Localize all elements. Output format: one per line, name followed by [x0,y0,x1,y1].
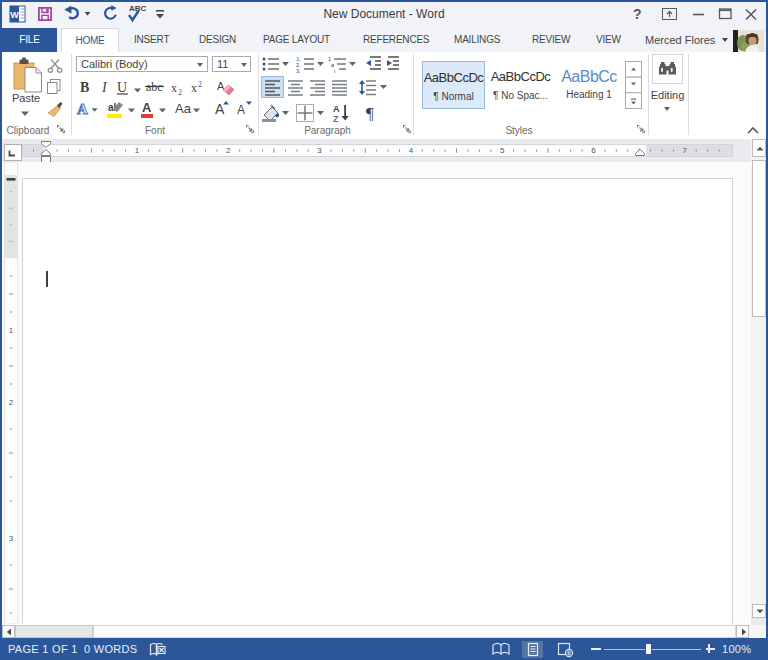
svg-text:2: 2 [226,146,231,155]
svg-text:4: 4 [409,146,414,155]
svg-text:3: 3 [9,534,14,543]
svg-text:2: 2 [178,88,182,97]
svg-text:6: 6 [591,146,596,155]
svg-text:A: A [142,100,152,115]
svg-text:x: x [191,81,197,95]
svg-text:5: 5 [500,146,505,155]
svg-text:1: 1 [135,146,140,155]
svg-text:W: W [10,10,19,20]
svg-text:2: 2 [198,80,202,89]
svg-text:Aa: Aa [175,101,192,116]
svg-text:Z: Z [333,114,339,124]
svg-text:I: I [101,80,108,95]
svg-text:1: 1 [9,326,14,335]
svg-text:i: i [334,68,335,74]
svg-text:3: 3 [317,146,322,155]
svg-text:3.: 3. [296,68,301,74]
svg-text:A: A [77,101,88,117]
svg-text:x: x [171,81,177,95]
svg-text:A: A [333,104,340,114]
svg-text:A: A [237,103,245,117]
svg-text:2: 2 [9,398,14,407]
svg-text:¶: ¶ [366,104,374,123]
svg-text:7: 7 [683,146,688,155]
svg-text:A: A [215,101,225,117]
svg-text:?: ? [633,6,642,22]
svg-text:U: U [117,80,127,95]
svg-text:B: B [80,80,89,95]
